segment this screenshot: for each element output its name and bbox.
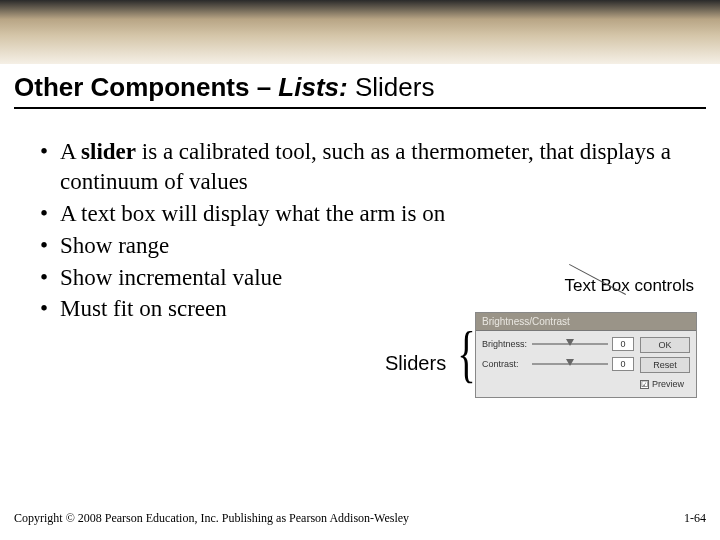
brightness-contrast-dialog: Brightness/Contrast Brightness: 0 Contra… (475, 312, 697, 398)
dialog-titlebar: Brightness/Contrast (476, 313, 696, 331)
ok-button[interactable]: OK (640, 337, 690, 353)
slide-title: Other Components – Lists: Sliders (0, 64, 720, 105)
title-part3: Sliders (348, 72, 435, 102)
bullet-bold: slider (81, 139, 136, 164)
bullet-rest: Show range (60, 233, 169, 258)
brightness-row: Brightness: 0 (482, 337, 634, 351)
brightness-value-input[interactable]: 0 (612, 337, 634, 351)
header-gradient (0, 0, 720, 64)
slider-thumb-icon (566, 339, 574, 346)
bullet-item: Show range (40, 231, 692, 261)
reset-button[interactable]: Reset (640, 357, 690, 373)
bullet-item: A text box will display what the arm is … (40, 199, 692, 229)
brace-icon: { (457, 322, 475, 386)
slider-thumb-icon (566, 359, 574, 366)
page-number: 1-64 (684, 511, 706, 526)
bullet-rest: A text box will display what the arm is … (60, 201, 445, 226)
bullet-item: A slider is a calibrated tool, such as a… (40, 137, 692, 197)
title-italic: Lists: (278, 72, 347, 102)
preview-label: Preview (652, 379, 684, 389)
dialog-body: Brightness: 0 Contrast: 0 OK Reset (476, 331, 696, 397)
dialog-buttons-column: OK Reset ☑ Preview (640, 337, 690, 389)
contrast-row: Contrast: 0 (482, 357, 634, 371)
dialog-sliders-column: Brightness: 0 Contrast: 0 (482, 337, 634, 389)
sliders-label: Sliders (385, 352, 446, 375)
bullet-rest: Must fit on screen (60, 296, 227, 321)
title-part1: Other Components – (14, 72, 278, 102)
contrast-label: Contrast: (482, 359, 528, 369)
contrast-slider[interactable] (532, 363, 608, 365)
checkbox-icon: ☑ (640, 380, 649, 389)
bullet-rest: is a calibrated tool, such as a thermome… (60, 139, 671, 194)
contrast-value-input[interactable]: 0 (612, 357, 634, 371)
bullet-rest: Show incremental value (60, 265, 282, 290)
bullet-prefix: A (60, 139, 81, 164)
footer: Copyright © 2008 Pearson Education, Inc.… (14, 511, 706, 526)
brightness-label: Brightness: (482, 339, 528, 349)
preview-checkbox-row[interactable]: ☑ Preview (640, 379, 690, 389)
copyright-text: Copyright © 2008 Pearson Education, Inc.… (14, 511, 409, 526)
brightness-slider[interactable] (532, 343, 608, 345)
